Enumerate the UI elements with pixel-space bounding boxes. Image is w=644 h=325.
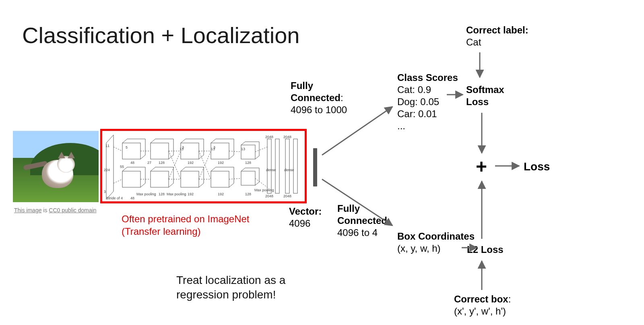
svg-line-62: [322, 107, 392, 155]
arrows-overlay: [0, 0, 644, 325]
svg-line-63: [322, 179, 392, 226]
